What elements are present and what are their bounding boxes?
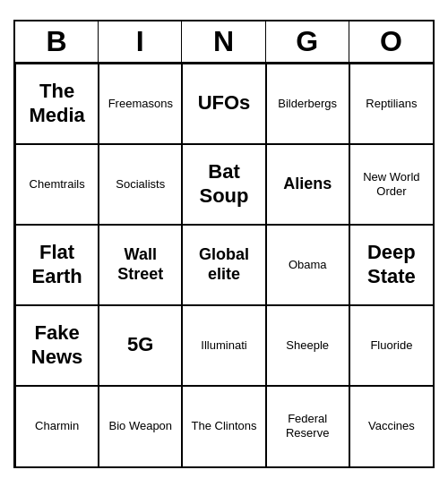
header-letter: B: [15, 21, 99, 62]
header-letter: N: [182, 21, 265, 62]
bingo-cell: 5G: [99, 305, 182, 386]
cell-label: Deep State: [354, 241, 429, 288]
cell-label: Charmin: [35, 419, 79, 433]
cell-label: Wall Street: [103, 245, 177, 284]
header-letter: G: [266, 21, 349, 62]
bingo-cell: The Clintons: [182, 386, 265, 466]
bingo-cell: Obama: [266, 225, 349, 305]
cell-label: Sheeple: [286, 338, 329, 353]
bingo-cell: New World Order: [349, 144, 433, 225]
cell-label: Fake News: [20, 321, 94, 369]
cell-label: UFOs: [198, 91, 251, 115]
bingo-cell: Flat Earth: [15, 225, 99, 305]
bingo-cell: Deep State: [349, 225, 433, 305]
bingo-grid: The MediaFreemasonsUFOsBilderbergsReptil…: [15, 64, 433, 466]
bingo-cell: Chemtrails: [15, 144, 99, 225]
bingo-cell: The Media: [15, 64, 99, 144]
bingo-cell: Freemasons: [99, 64, 182, 144]
cell-label: Aliens: [283, 175, 332, 194]
cell-label: Vaccines: [368, 419, 415, 433]
cell-label: Reptilians: [366, 97, 417, 111]
bingo-cell: UFOs: [182, 64, 265, 144]
bingo-cell: Fake News: [15, 305, 99, 386]
header-letter: I: [99, 21, 182, 62]
cell-label: New World Order: [354, 170, 429, 198]
bingo-cell: Fluoride: [349, 305, 433, 386]
bingo-cell: Illuminati: [182, 305, 265, 386]
bingo-cell: Aliens: [266, 144, 349, 225]
header-letter: O: [349, 21, 433, 62]
bingo-cell: Global elite: [182, 225, 265, 305]
cell-label: Freemasons: [108, 97, 173, 111]
cell-label: Illuminati: [201, 338, 246, 353]
cell-label: Flat Earth: [20, 241, 94, 288]
bingo-cell: Reptilians: [349, 64, 433, 144]
cell-label: Obama: [289, 258, 327, 272]
cell-label: Socialists: [116, 177, 165, 192]
cell-label: The Media: [20, 80, 94, 127]
cell-label: Bat Soup: [186, 160, 261, 208]
cell-label: The Clintons: [192, 419, 257, 433]
cell-label: Bio Weapon: [108, 419, 172, 433]
cell-label: Chemtrails: [30, 177, 85, 192]
cell-label: Fluoride: [370, 338, 412, 353]
cell-label: 5G: [127, 333, 153, 356]
bingo-header: BINGO: [15, 21, 433, 64]
bingo-cell: Bio Weapon: [99, 386, 182, 466]
cell-label: Federal Reserve: [271, 412, 345, 440]
bingo-cell: Sheeple: [266, 305, 349, 386]
bingo-cell: Federal Reserve: [266, 386, 349, 466]
bingo-card: BINGO The MediaFreemasonsUFOsBilderbergs…: [13, 20, 435, 468]
bingo-cell: Socialists: [99, 144, 182, 225]
bingo-cell: Bilderbergs: [266, 64, 349, 144]
bingo-cell: Vaccines: [349, 386, 433, 466]
bingo-cell: Wall Street: [99, 225, 182, 305]
bingo-cell: Bat Soup: [182, 144, 265, 225]
bingo-cell: Charmin: [15, 386, 99, 466]
cell-label: Global elite: [186, 245, 261, 284]
cell-label: Bilderbergs: [278, 97, 337, 111]
